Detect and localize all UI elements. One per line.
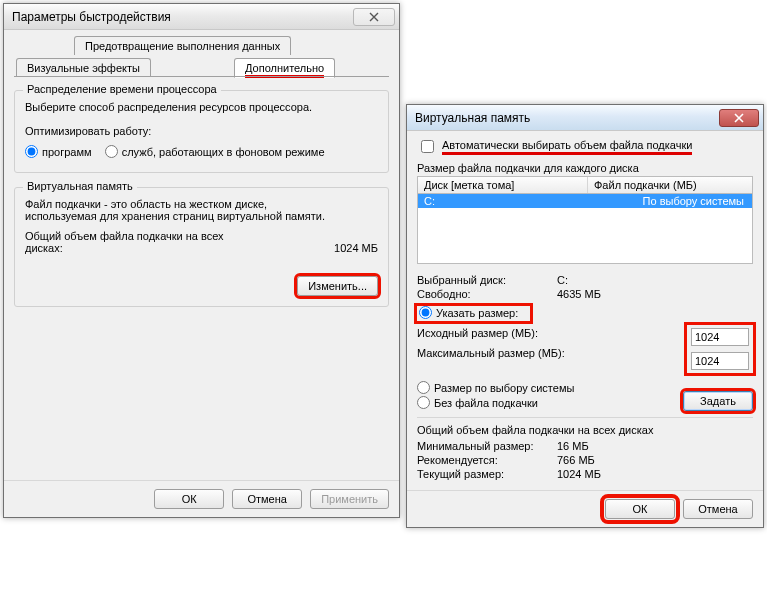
radio-none-label: Без файла подкачки [434,397,538,409]
min-size-label: Минимальный размер: [417,440,557,452]
close-icon [368,12,380,22]
radio-custom-label: Указать размер: [436,307,518,319]
col-paging: Файл подкачки (МБ) [588,177,752,193]
auto-manage-checkbox[interactable]: Автоматически выбирать объем файла подка… [417,137,753,156]
vm-cancel-label: Отмена [698,503,737,515]
radio-custom-size[interactable]: Указать размер: [419,306,518,319]
tab-visual-label: Визуальные эффекты [27,62,140,74]
free-space-label: Свободно: [417,288,557,300]
total-all-drives-label: Общий объем файла подкачки на всех диска… [417,424,753,436]
initial-size-label: Исходный размер (МБ): [417,327,577,339]
recommended-value: 766 МБ [557,454,595,466]
set-button[interactable]: Задать [683,391,753,411]
vm-desc1: Файл подкачки - это область на жестком д… [25,198,378,210]
col-drive: Диск [метка тома] [418,177,588,193]
drive-row-letter: C: [418,194,588,208]
auto-manage-label: Автоматически выбирать объем файла подка… [442,139,692,155]
radio-custom-input[interactable] [419,306,432,319]
vm-titlebar: Виртуальная память [407,105,763,131]
vm-legend: Виртуальная память [23,180,137,192]
drive-list[interactable]: C: По выбору системы [417,194,753,264]
change-button-label: Изменить... [308,280,367,292]
drive-row[interactable]: C: По выбору системы [418,194,752,208]
vm-dialog-buttons: ОК Отмена [407,490,763,527]
radio-programs-label: программ [42,146,92,158]
ok-label: ОК [182,493,197,505]
change-button[interactable]: Изменить... [297,276,378,296]
current-size-value: 1024 МБ [557,468,601,480]
radio-system-label: Размер по выбору системы [434,382,574,394]
radio-programs[interactable]: программ [25,145,92,158]
vm-ok-label: ОК [633,503,648,515]
tab-visual-effects[interactable]: Визуальные эффекты [16,58,151,77]
radio-none-input[interactable] [417,396,430,409]
virtual-memory-dialog: Виртуальная память Автоматически выбират… [406,104,764,528]
max-size-label: Максимальный размер (МБ): [417,347,577,359]
cancel-label: Отмена [247,493,286,505]
tab-strip: Предотвращение выполнения данных Визуаль… [14,36,389,90]
selected-drive-label: Выбранный диск: [417,274,557,286]
sched-desc: Выберите способ распределения ресурсов п… [25,101,378,113]
vm-ok-button[interactable]: ОК [605,499,675,519]
virtual-memory-group: Виртуальная память Файл подкачки - это о… [14,187,389,307]
radio-services[interactable]: служб, работающих в фоновом режиме [105,145,325,158]
close-icon [733,113,745,123]
selected-drive-value: C: [557,274,568,286]
apply-label: Применить [321,493,378,505]
ok-button[interactable]: ОК [154,489,224,509]
free-space-value: 4635 МБ [557,288,601,300]
tab-dep-label: Предотвращение выполнения данных [85,40,280,52]
initial-size-input[interactable] [691,328,749,346]
radio-programs-input[interactable] [25,145,38,158]
processor-scheduling-group: Распределение времени процессора Выберит… [14,90,389,173]
tab-advanced[interactable]: Дополнительно [234,58,335,78]
drive-list-header: Диск [метка тома] Файл подкачки (МБ) [417,176,753,194]
vm-dialog-title: Виртуальная память [415,111,530,125]
vm-close-button[interactable] [719,109,759,127]
vm-cancel-button[interactable]: Отмена [683,499,753,519]
vm-total-label1: Общий объем файла подкачки на всех [25,230,224,242]
dialog-buttons: ОК Отмена Применить [4,480,399,517]
auto-manage-input[interactable] [421,140,434,153]
drive-row-value: По выбору системы [588,194,752,208]
set-button-label: Задать [700,395,736,407]
vm-total-label2: дисках: [25,242,224,254]
vm-desc2: используемая для хранения страниц виртуа… [25,210,378,222]
dialog-title: Параметры быстродействия [12,10,171,24]
performance-options-dialog: Параметры быстродействия Предотвращение … [3,3,400,518]
radio-services-input[interactable] [105,145,118,158]
radio-services-label: служб, работающих в фоновом режиме [122,146,325,158]
radio-system-input[interactable] [417,381,430,394]
min-size-value: 16 МБ [557,440,589,452]
apply-button[interactable]: Применить [310,489,389,509]
cancel-button[interactable]: Отмена [232,489,302,509]
group-legend: Распределение времени процессора [23,83,221,95]
current-size-label: Текущий размер: [417,468,557,480]
per-drive-label: Размер файла подкачки для каждого диска [417,162,753,174]
radio-system-managed[interactable]: Размер по выбору системы [417,381,574,394]
optimize-label: Оптимизировать работу: [25,125,378,137]
recommended-label: Рекомендуется: [417,454,557,466]
radio-no-paging[interactable]: Без файла подкачки [417,396,574,409]
vm-total-value: 1024 МБ [334,242,378,254]
close-button[interactable] [353,8,395,26]
max-size-input[interactable] [691,352,749,370]
tab-dep[interactable]: Предотвращение выполнения данных [74,36,291,55]
titlebar: Параметры быстродействия [4,4,399,30]
